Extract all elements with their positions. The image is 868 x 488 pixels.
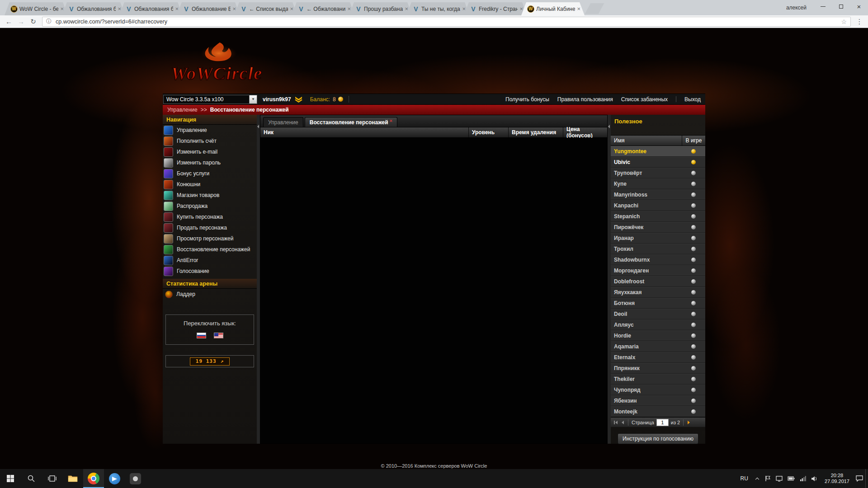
top-link[interactable]: Правила пользования <box>557 96 613 103</box>
show-desktop-button[interactable] <box>865 469 868 488</box>
tab-close-icon[interactable]: × <box>175 6 179 12</box>
sidebar-item[interactable]: Магазин товаров <box>163 190 257 201</box>
top-link[interactable]: Получить бонусы <box>505 96 549 103</box>
tab-close-icon[interactable]: × <box>462 6 466 12</box>
taskbar-clock[interactable]: 20:28 27.09.2017 <box>821 473 854 484</box>
sidebar-item[interactable]: Конюшни <box>163 179 257 190</box>
action-center-icon[interactable] <box>854 469 865 488</box>
sidebar-item[interactable]: Управление <box>163 125 257 136</box>
minimize-button[interactable] <box>814 0 832 13</box>
sidebar-item[interactable]: Пополнить счёт <box>163 136 257 146</box>
browser-tab[interactable]: W Личный Кабинет: I × <box>521 2 585 15</box>
sidebar-item[interactable]: Продать персонажа <box>163 222 257 233</box>
restore-button[interactable] <box>832 0 850 13</box>
sidebar-item[interactable]: Просмотр персонажей <box>163 233 257 244</box>
page-info-icon[interactable]: ⓘ <box>46 18 52 25</box>
display-tray-icon[interactable] <box>774 469 785 488</box>
sidebar-item[interactable]: Изменить e-mail <box>163 146 257 157</box>
tab-close-icon[interactable]: × <box>232 6 236 12</box>
character-row[interactable]: Monteejk <box>611 406 705 417</box>
character-row[interactable]: Hordie <box>611 330 705 341</box>
sidebar-item[interactable]: Голосование <box>163 266 257 277</box>
bookmark-star-icon[interactable]: ☆ <box>841 18 847 25</box>
next-page-button[interactable] <box>687 419 691 426</box>
browser-profile-name[interactable]: алексей <box>779 5 814 11</box>
messenger-app-button[interactable] <box>104 469 125 488</box>
breadcrumb-section[interactable]: Управление <box>167 107 198 113</box>
character-row[interactable]: Doblefroost <box>611 276 705 287</box>
chrome-button[interactable] <box>83 469 104 488</box>
character-row[interactable]: Яяухкакая <box>611 287 705 298</box>
language-indicator[interactable]: RU <box>736 475 753 482</box>
character-row[interactable]: Eternalx <box>611 352 705 363</box>
server-select[interactable]: Wow Circle 3.3.5a x100 ▼ <box>163 95 257 104</box>
back-button[interactable]: ← <box>3 18 15 25</box>
character-row[interactable]: Трохил <box>611 244 705 254</box>
top-link[interactable]: Выход <box>684 96 701 103</box>
main-grid-body[interactable] <box>260 138 607 443</box>
english-flag-icon[interactable] <box>214 333 223 338</box>
sidebar-item-ladder[interactable]: Ладдер <box>163 289 257 300</box>
character-row[interactable]: Ппряникк <box>611 363 705 374</box>
browser-tab[interactable]: V Fredikry - Страница × <box>464 2 527 15</box>
character-row[interactable]: Kanpachi <box>611 200 705 211</box>
character-row[interactable]: Ботюня <box>611 298 705 309</box>
column-header[interactable]: Уровень <box>469 127 509 137</box>
browser-tab[interactable]: V ← Обжалование б × <box>292 2 355 15</box>
character-row[interactable]: Моргондаген <box>611 265 705 276</box>
prev-page-button[interactable] <box>621 419 625 426</box>
sidebar-item[interactable]: AntiError <box>163 255 257 266</box>
tab-close-icon[interactable]: × <box>347 6 351 12</box>
browser-tab[interactable]: W WoW Circle - беспл × <box>5 2 68 15</box>
sidebar-item[interactable]: Бонус услуги <box>163 168 257 179</box>
volume-tray-icon[interactable] <box>809 469 821 488</box>
character-row[interactable]: Ябензин <box>611 395 705 406</box>
column-header[interactable]: Время удаления <box>509 127 563 137</box>
content-tab[interactable]: Управление <box>263 117 303 127</box>
sidebar-item[interactable]: Распродажа <box>163 201 257 211</box>
voting-instruction-button[interactable]: Инструкция по голосованию <box>618 433 698 444</box>
tab-close-icon[interactable]: × <box>519 6 523 12</box>
browser-tab[interactable]: V Обжалование Ба × <box>177 2 240 15</box>
character-row[interactable]: Апляус <box>611 319 705 330</box>
browser-tab[interactable]: V Обжалования бан × <box>62 2 125 15</box>
column-header[interactable]: Ник <box>260 127 469 137</box>
column-online[interactable]: В игре <box>682 136 705 145</box>
reload-button[interactable]: ↻ <box>27 18 39 26</box>
tab-close-icon[interactable]: × <box>60 6 64 12</box>
character-row[interactable]: Ubivic <box>611 157 705 168</box>
address-bar[interactable]: ⓘ cp.wowcircle.com/?serverId=6#charrecov… <box>42 17 851 27</box>
left-splitter[interactable] <box>257 115 260 444</box>
network-tray-icon[interactable] <box>797 469 809 488</box>
visitor-counter[interactable]: 19 133 ↗ <box>190 357 230 366</box>
browser-tab[interactable]: V Ты не ты, когда бо × <box>406 2 470 15</box>
search-button[interactable] <box>21 469 42 488</box>
character-row[interactable]: Thekiler <box>611 374 705 385</box>
forward-button[interactable]: → <box>15 18 27 25</box>
file-explorer-button[interactable] <box>62 469 83 488</box>
hidden-icons-chevron[interactable] <box>753 469 762 488</box>
right-splitter[interactable] <box>608 115 611 444</box>
browser-tab[interactable]: V Обжалования бан × <box>119 2 183 15</box>
task-view-button[interactable] <box>42 469 62 488</box>
column-name[interactable]: Имя <box>611 136 682 145</box>
tab-close-icon[interactable]: × <box>118 6 121 12</box>
character-row[interactable]: Купе <box>611 178 705 189</box>
browser-tab[interactable]: V Прошу разбана × <box>349 2 412 15</box>
page-input[interactable] <box>656 419 669 426</box>
top-link[interactable]: Список забаненых <box>621 96 668 103</box>
character-row[interactable]: Иранар <box>611 233 705 244</box>
start-button[interactable] <box>0 469 21 488</box>
tab-close-icon[interactable]: × <box>390 118 392 123</box>
flag-tray-icon[interactable] <box>762 469 774 488</box>
browser-menu-icon[interactable]: ⋮ <box>854 18 865 26</box>
character-row[interactable]: Deoil <box>611 309 705 319</box>
character-row[interactable]: Aqamaria <box>611 341 705 352</box>
character-row[interactable]: Труповёрт <box>611 168 705 178</box>
column-header[interactable]: Цена (бонусов) <box>563 127 607 137</box>
russian-flag-icon[interactable] <box>197 333 206 338</box>
character-row[interactable]: Manyrinboss <box>611 189 705 200</box>
first-page-button[interactable] <box>613 419 618 426</box>
tab-close-icon[interactable]: × <box>290 6 293 12</box>
character-row[interactable]: Пирожёчек <box>611 222 705 233</box>
